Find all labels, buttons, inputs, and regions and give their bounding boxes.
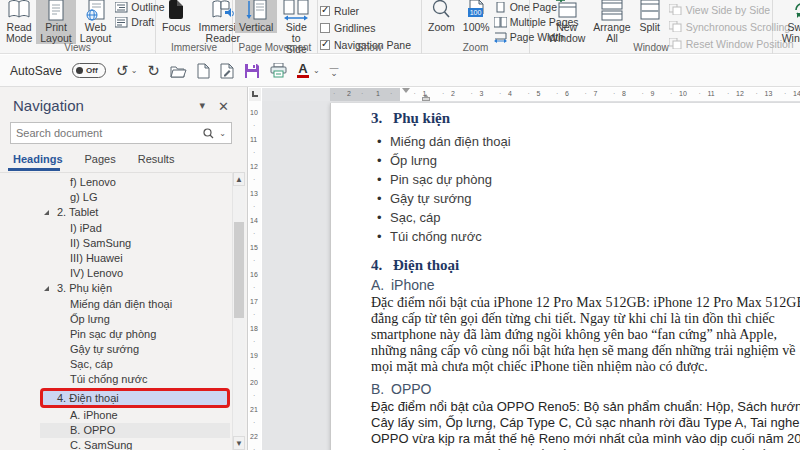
nav-heading-label: Gậy tự sướng — [70, 343, 139, 355]
nav-heading-item[interactable]: I) iPad — [40, 221, 230, 236]
bullet-text: Pin sạc dự phòng — [390, 170, 492, 189]
tab-selector[interactable] — [249, 88, 261, 101]
search-dropdown-icon[interactable]: ⌄ — [219, 129, 226, 138]
subheading-number: A. — [371, 277, 391, 293]
expand-triangle-icon[interactable] — [44, 210, 49, 215]
nav-heading-item[interactable]: A. iPhone — [40, 408, 230, 423]
ribbon-group-immersive: Focus Immersive Reader Immersive — [156, 0, 233, 54]
scroll-down-icon[interactable]: ▼ — [233, 436, 245, 450]
nav-heading-item[interactable]: II) SamSung — [40, 236, 230, 251]
search-icon[interactable] — [203, 128, 214, 139]
annotation-red-box: 4. Điện thoại — [40, 388, 230, 408]
print-preview-button[interactable] — [220, 63, 234, 79]
autosave-label: AutoSave — [10, 64, 62, 78]
open-button[interactable] — [170, 64, 187, 78]
nav-heading-item[interactable]: Pin sạc dự phòng — [40, 327, 230, 342]
focus-button[interactable]: Focus — [158, 0, 195, 33]
vertical-ruler[interactable]: 10·11·12·13·14·15·16·17·18·19·20·21·22· — [249, 101, 261, 450]
zoom-100-button[interactable]: 100 100% — [459, 0, 494, 33]
nav-heading-item[interactable]: B. OPPO — [40, 423, 230, 438]
horizontal-ruler[interactable]: 21··· 1·2·3·4·5·6·7·8·9·10·11·12·13·14· — [262, 88, 800, 101]
vertical-button[interactable]: Vertical — [235, 0, 277, 33]
nav-heading-item[interactable]: Miếng dán điện thoại — [40, 297, 230, 312]
font-color-dropdown-icon[interactable]: ⌄ — [313, 66, 320, 75]
nav-heading-item[interactable]: g) LG — [40, 190, 230, 205]
nav-heading-item[interactable]: C. SamSung — [40, 438, 230, 450]
nav-heading-item[interactable]: Gậy tự sướng — [40, 342, 230, 357]
search-input[interactable]: Search document ⌄ — [10, 122, 232, 144]
checkbox-icon[interactable] — [320, 23, 330, 33]
document-page[interactable]: 3.Phụ kiện •Miếng dán điện thoại•Ốp lưng… — [330, 103, 800, 450]
nav-heading-item[interactable]: Túi chống nước — [40, 372, 230, 387]
ruler-tick: · — [253, 365, 255, 372]
nav-heading-item[interactable]: Ốp lưng — [40, 312, 230, 327]
checkbox-icon[interactable] — [320, 6, 330, 16]
switch-windows-button[interactable]: Switch Windows — [775, 0, 800, 44]
nav-heading-item[interactable]: IV) Lenovo — [40, 266, 230, 281]
nav-heading-item[interactable]: 4. Điện thoại — [43, 391, 230, 405]
ruler-number: 14 — [250, 217, 258, 224]
ruler-tick: · — [390, 90, 392, 97]
read-mode-label: Read Mode — [6, 22, 32, 44]
new-window-button[interactable]: New Window — [544, 0, 589, 44]
bullet-icon: • — [371, 227, 390, 246]
nav-heading-label: 3. Phụ kiện — [57, 282, 112, 294]
save-button[interactable] — [244, 63, 260, 79]
undo-dropdown-icon[interactable]: ⌄ — [131, 63, 138, 79]
tab-headings[interactable]: Headings — [13, 153, 63, 165]
ruler-tick: · — [253, 338, 255, 345]
ruler-tick: · — [699, 90, 701, 97]
h-ruler-margin: 21··· — [330, 88, 400, 101]
ruler-tick: · — [253, 149, 255, 156]
ruler-tick: · — [361, 90, 363, 97]
nav-heading-item[interactable]: f) Lenovo — [40, 175, 230, 190]
show-option-ruler[interactable]: Ruler — [320, 4, 411, 17]
print-layout-button[interactable]: Print Layout — [36, 0, 76, 44]
split-button[interactable]: Split — [635, 0, 665, 33]
zoom-button[interactable]: Zoom — [424, 0, 459, 33]
bullet-item: •Sạc, cáp — [371, 208, 800, 227]
close-icon[interactable]: ✕ — [218, 99, 229, 114]
navigation-pane-title: Navigation — [13, 97, 84, 114]
pane-options-chevron-icon[interactable]: ▾ — [199, 99, 205, 112]
new-document-button[interactable] — [197, 63, 210, 79]
tab-pages[interactable]: Pages — [85, 153, 116, 165]
window-option-label: View Side by Side — [686, 4, 770, 16]
ruler-tick: · — [253, 446, 255, 450]
scroll-up-icon[interactable]: ▲ — [233, 172, 245, 186]
open-folder-icon — [170, 64, 187, 78]
nav-heading-item[interactable]: Sạc, cáp — [40, 357, 230, 372]
read-mode-button[interactable]: Read Mode — [2, 0, 36, 44]
ribbon-group-switch-windows: Switch Windows — [773, 0, 800, 54]
heading-number: 3. — [371, 109, 393, 127]
expand-triangle-icon[interactable] — [44, 286, 49, 291]
arrange-all-button[interactable]: Arrange All — [589, 0, 634, 44]
bullet-icon: • — [371, 208, 390, 227]
nav-heading-label: III) Huawei — [70, 252, 123, 264]
ribbon-group-show: RulerGridlinesNavigation Pane Show — [318, 0, 422, 54]
nav-heading-item[interactable]: III) Huawei — [40, 251, 230, 266]
font-color-button[interactable]: A — [297, 64, 309, 78]
vertical-icon — [245, 0, 267, 22]
autosave-toggle[interactable]: Off — [72, 63, 106, 78]
checkbox-label: Ruler — [334, 5, 359, 17]
nav-scrollbar[interactable]: ▲ ▼ — [232, 172, 245, 450]
ruler-number: 9 — [651, 90, 655, 97]
focus-icon — [167, 0, 185, 22]
undo-button[interactable]: ↺⌄ — [116, 63, 137, 79]
redo-button[interactable]: ↻ — [147, 63, 160, 79]
ruler-number: 13 — [765, 90, 773, 97]
nav-heading-item[interactable]: 3. Phụ kiện — [40, 281, 230, 296]
customize-toolbar-button[interactable]: —⌄ — [330, 66, 339, 76]
first-line-indent-marker[interactable] — [402, 88, 410, 93]
outline-icon — [115, 2, 128, 13]
search-placeholder: Search document — [16, 127, 203, 139]
nav-heading-item[interactable]: 2. Tablet — [40, 205, 230, 220]
print-button[interactable] — [270, 63, 287, 78]
show-option-gridlines[interactable]: Gridlines — [320, 21, 411, 34]
scrollbar-thumb[interactable] — [234, 222, 244, 318]
ruler-number: 12 — [250, 163, 258, 170]
svg-text:100: 100 — [470, 9, 482, 16]
web-layout-button[interactable]: Web Layout — [76, 0, 116, 44]
tab-results[interactable]: Results — [138, 153, 175, 165]
